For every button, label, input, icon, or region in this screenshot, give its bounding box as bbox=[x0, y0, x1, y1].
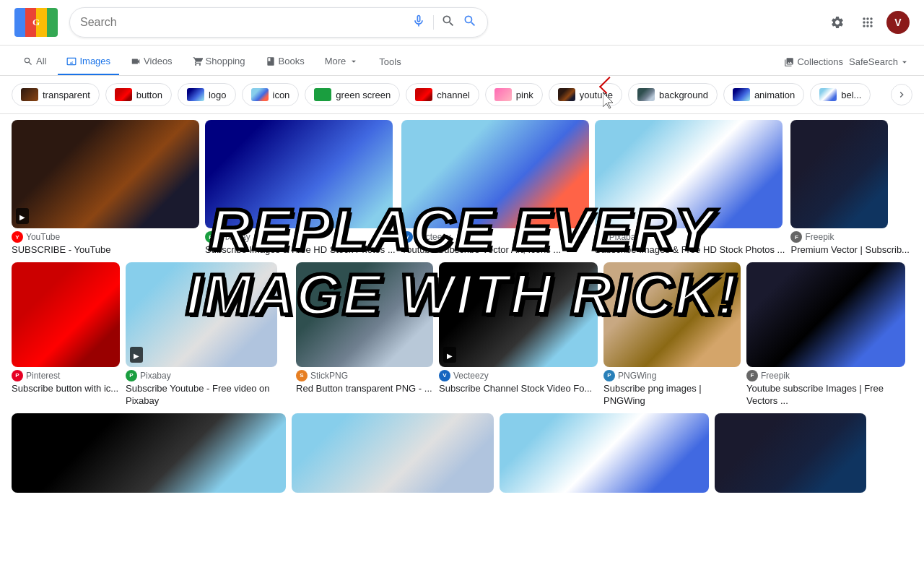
tools-button[interactable]: Tools bbox=[370, 49, 409, 74]
image-item[interactable]: P Pixabay Subscribe Images & Free HD Sto… bbox=[595, 120, 785, 256]
filter-chip-icon[interactable]: icon bbox=[242, 83, 300, 106]
image-title: SUBSCRIBE - YouTube bbox=[12, 244, 199, 256]
favicon: P bbox=[126, 370, 137, 381]
image-title: Subscribe png images | PNGWing bbox=[603, 383, 741, 407]
image-source: V Vecteezy bbox=[439, 370, 598, 381]
filter-chip-bel[interactable]: bel... bbox=[810, 83, 871, 106]
favicon: V bbox=[401, 231, 413, 243]
image-source: P PNGWing bbox=[603, 370, 741, 381]
image-item[interactable]: Y YouTube SUBSCRIBE - YouTube bbox=[12, 120, 199, 256]
image-title: Subscribe Images & Free HD Stock Photos … bbox=[595, 244, 785, 256]
favicon: S bbox=[296, 370, 308, 381]
filter-chip-youtube[interactable]: youtube bbox=[549, 83, 622, 106]
image-row-3 bbox=[12, 413, 912, 493]
play-button bbox=[16, 208, 29, 224]
header: G subscribe V bbox=[0, 0, 924, 46]
image-title: Youtube Subscribe Vector Art, Icons ... bbox=[401, 244, 589, 256]
apps-button[interactable] bbox=[856, 11, 879, 34]
favicon: P bbox=[205, 231, 217, 243]
image-item[interactable] bbox=[12, 413, 286, 493]
nav-shopping[interactable]: Shopping bbox=[184, 48, 254, 75]
filter-bar: transparent button logo icon green scree… bbox=[0, 76, 924, 114]
favicon: P bbox=[595, 231, 606, 243]
settings-button[interactable] bbox=[826, 11, 849, 34]
favicon: F bbox=[746, 370, 758, 381]
filter-chip-channel[interactable]: channel bbox=[406, 83, 479, 106]
image-row-2: P Pinterest Subscribe button with ic... … bbox=[12, 262, 912, 407]
search-submit-icon[interactable] bbox=[463, 14, 477, 31]
favicon: Y bbox=[12, 231, 23, 243]
safe-search-button[interactable]: SafeSearch bbox=[849, 56, 910, 67]
image-source: S StickPNG bbox=[296, 370, 433, 381]
image-item[interactable]: S StickPNG Red Button transparent PNG - … bbox=[296, 262, 433, 395]
filter-chip-logo[interactable]: logo bbox=[178, 83, 236, 106]
image-source: P Pixabay bbox=[595, 231, 785, 243]
filter-chip-animation[interactable]: animation bbox=[723, 83, 804, 106]
nav-bar: All Images Videos Shopping Books More To… bbox=[0, 46, 924, 76]
avatar[interactable]: V bbox=[886, 11, 910, 34]
google-logo: G bbox=[14, 8, 58, 37]
nav-books[interactable]: Books bbox=[257, 48, 313, 75]
image-source: Y YouTube bbox=[12, 231, 199, 243]
image-source: F Freepik bbox=[746, 370, 912, 381]
image-source: F Freepik bbox=[790, 231, 910, 243]
image-item[interactable] bbox=[292, 413, 494, 493]
filter-next-button[interactable] bbox=[891, 84, 912, 105]
image-source: P Pixabay bbox=[126, 370, 290, 381]
image-item[interactable]: P Pixabay Subscribe Youtube - Free video… bbox=[126, 262, 290, 407]
image-source: P Pixabay bbox=[205, 231, 396, 243]
filter-chip-greenscreen[interactable]: green screen bbox=[305, 83, 400, 106]
image-item[interactable]: V Vecteezy Subscribe Channel Stock Video… bbox=[439, 262, 598, 395]
nav-right: Collections SafeSearch bbox=[784, 56, 910, 67]
divider bbox=[433, 15, 434, 30]
google-lens-icon[interactable] bbox=[441, 14, 456, 31]
image-item[interactable] bbox=[500, 413, 709, 493]
search-bar: subscribe bbox=[69, 7, 488, 38]
favicon: P bbox=[603, 370, 615, 381]
favicon: P bbox=[12, 370, 23, 381]
favicon: V bbox=[439, 370, 450, 381]
nav-more[interactable]: More bbox=[316, 48, 368, 75]
image-title: Youtube subscribe Images | Free Vectors … bbox=[746, 383, 912, 407]
image-title: Subscribe button with ic... bbox=[12, 383, 120, 395]
image-grid-container: REPLACE EVERY IMAGE WITH RICK! Y YouTube… bbox=[0, 114, 924, 499]
nav-images[interactable]: Images bbox=[58, 48, 119, 75]
image-item[interactable]: P PNGWing Subscribe png images | PNGWing bbox=[603, 262, 741, 407]
image-title: Premium Vector | Subscrib... bbox=[790, 244, 910, 256]
filter-chip-background[interactable]: background bbox=[628, 83, 718, 106]
image-item[interactable]: V Vecteezy Youtube Subscribe Vector Art,… bbox=[401, 120, 589, 256]
image-item[interactable] bbox=[715, 413, 866, 493]
filter-chip-button[interactable]: button bbox=[105, 83, 172, 106]
play-button bbox=[443, 347, 456, 363]
image-row-1: Y YouTube SUBSCRIBE - YouTube P Pixabay … bbox=[12, 120, 912, 256]
nav-all[interactable]: All bbox=[14, 48, 55, 75]
filter-chip-pink[interactable]: pink bbox=[485, 83, 543, 106]
image-item[interactable]: P Pinterest Subscribe button with ic... bbox=[12, 262, 120, 395]
image-title: Subscribe Channel Stock Video Fo... bbox=[439, 383, 598, 395]
image-title: Subscribe Youtube - Free video on Pixaba… bbox=[126, 383, 290, 407]
microphone-icon[interactable] bbox=[411, 14, 426, 31]
filter-chip-transparent[interactable]: transparent bbox=[12, 83, 100, 106]
image-title: Red Button transparent PNG - ... bbox=[296, 383, 433, 395]
play-button bbox=[130, 347, 143, 363]
favicon: F bbox=[790, 231, 802, 243]
image-title: Subscribe Images & Free HD Stock Photos … bbox=[205, 244, 396, 256]
search-input[interactable]: subscribe bbox=[80, 16, 404, 29]
image-source: V Vecteezy bbox=[401, 231, 589, 243]
image-source: P Pinterest bbox=[12, 370, 120, 381]
image-item[interactable]: F Freepik Premium Vector | Subscrib... bbox=[790, 120, 910, 256]
image-item[interactable]: P Pixabay Subscribe Images & Free HD Sto… bbox=[205, 120, 396, 256]
nav-videos[interactable]: Videos bbox=[122, 48, 181, 75]
header-right: V bbox=[826, 11, 910, 34]
collections-button[interactable]: Collections bbox=[784, 56, 843, 67]
image-item[interactable]: F Freepik Youtube subscribe Images | Fre… bbox=[746, 262, 912, 407]
